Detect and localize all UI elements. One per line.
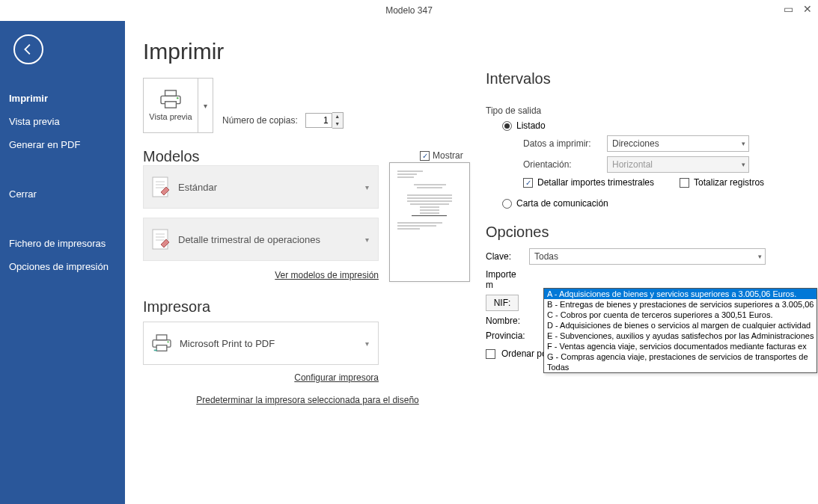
- chevron-down-icon: ▾: [758, 253, 762, 260]
- vista-previa-button[interactable]: Vista previa: [144, 79, 198, 132]
- orientacion-label: Orientación:: [523, 159, 598, 170]
- nav-fichero-impresoras[interactable]: Fichero de impresoras: [0, 232, 125, 255]
- importe-label: Importe m: [486, 269, 523, 290]
- mostrar-label: Mostrar: [433, 150, 463, 161]
- clave-option-g[interactable]: G - Compras agencia viaje, prestaciones …: [544, 351, 817, 362]
- datos-imprimir-combo[interactable]: Direcciones ▾: [607, 135, 749, 152]
- provincia-label: Provincia:: [486, 331, 523, 341]
- orientacion-combo: Horizontal ▾: [607, 156, 749, 173]
- page-preview-thumb[interactable]: [389, 162, 470, 282]
- nif-button[interactable]: NIF:: [486, 295, 519, 311]
- carta-radio[interactable]: [502, 199, 512, 209]
- svg-rect-0: [165, 90, 177, 96]
- nav-vista-previa[interactable]: Vista previa: [0, 110, 125, 133]
- ordenar-checkbox[interactable]: [486, 349, 495, 359]
- nombre-label: Nombre:: [486, 316, 523, 326]
- clave-option-b[interactable]: B - Entregas de bienes y prestaciones de…: [544, 299, 817, 310]
- clave-combo[interactable]: Todas ▾: [529, 248, 766, 265]
- intervalos-heading: Intervalos: [486, 70, 803, 87]
- clave-option-c[interactable]: C - Cobros por cuenta de terceros superi…: [544, 310, 817, 320]
- window-maximize-icon[interactable]: ▭: [782, 3, 794, 15]
- listado-label: Listado: [516, 120, 546, 131]
- printer-name: Microsoft Print to PDF: [180, 338, 275, 349]
- copies-label: Número de copias:: [222, 115, 298, 126]
- clave-label: Clave:: [486, 251, 523, 262]
- datos-imprimir-label: Datos a imprimir:: [523, 138, 598, 149]
- svg-rect-14: [156, 345, 167, 351]
- totalizar-checkbox[interactable]: [680, 178, 689, 188]
- window-close-icon[interactable]: ✕: [802, 3, 814, 15]
- copies-input[interactable]: [305, 113, 332, 128]
- opciones-heading: Opciones: [486, 224, 803, 241]
- clave-option-todas[interactable]: Todas: [544, 362, 817, 372]
- chevron-down-icon: ▾: [742, 140, 745, 147]
- configurar-impresora-link[interactable]: Configurar impresora: [143, 372, 379, 383]
- nav-generar-pdf[interactable]: Generar en PDF: [0, 133, 125, 156]
- orientacion-value: Horizontal: [612, 159, 653, 170]
- nav-opciones-impresion[interactable]: Opciones de impresión: [0, 255, 125, 278]
- chevron-down-icon: ▾: [742, 161, 745, 168]
- ver-modelos-link[interactable]: Ver modelos de impresión: [143, 270, 379, 280]
- model-detalle-label: Detalle trimestral de operaciones: [178, 234, 320, 245]
- document-icon: [151, 228, 171, 251]
- chevron-down-icon: ▾: [365, 339, 369, 348]
- chevron-down-icon: ▾: [365, 236, 369, 244]
- back-button[interactable]: [13, 34, 43, 64]
- model-estandar[interactable]: Estándar ▾: [143, 165, 379, 209]
- clave-option-e[interactable]: E - Subvenciones, auxilios y ayudas sati…: [544, 331, 817, 341]
- svg-rect-2: [165, 102, 177, 108]
- svg-rect-12: [156, 335, 167, 340]
- clave-option-d[interactable]: D - Adquisiciones de bienes o servicios …: [544, 320, 817, 331]
- nav-imprimir[interactable]: Imprimir: [0, 87, 125, 110]
- tipo-salida-label: Tipo de salida: [486, 105, 803, 116]
- clave-option-a[interactable]: A - Adquisiciones de bienes y servicios …: [544, 289, 817, 299]
- chevron-down-icon: ▾: [365, 183, 369, 191]
- printer-icon: [151, 334, 172, 352]
- carta-label: Carta de comunicación: [516, 198, 608, 209]
- nav-cerrar[interactable]: Cerrar: [0, 182, 125, 206]
- sidebar: Imprimir Vista previa Generar en PDF Cer…: [0, 21, 125, 504]
- model-estandar-label: Estándar: [178, 182, 217, 193]
- page-title: Imprimir: [143, 39, 472, 64]
- svg-point-15: [167, 341, 168, 342]
- printer-selector[interactable]: Microsoft Print to PDF ▾: [143, 322, 379, 365]
- clave-dropdown-list[interactable]: A - Adquisiciones de bienes y servicios …: [543, 288, 817, 373]
- mostrar-checkbox[interactable]: ✓: [420, 151, 430, 161]
- document-icon: [151, 176, 171, 198]
- clave-option-f[interactable]: F - Ventas agencia viaje, servicios docu…: [544, 341, 817, 351]
- predeterminar-impresora-link[interactable]: Predeterminar la impresora seleccionada …: [143, 395, 472, 405]
- copies-up[interactable]: ▲: [332, 113, 343, 120]
- printer-icon: [159, 90, 182, 109]
- detallar-checkbox[interactable]: ✓: [523, 178, 533, 188]
- detallar-label: Detallar importes trimestrales: [537, 177, 654, 188]
- model-detalle[interactable]: Detalle trimestral de operaciones ▾: [143, 218, 379, 261]
- clave-value: Todas: [534, 251, 558, 262]
- window-title: Modelo 347: [385, 5, 433, 16]
- listado-radio[interactable]: [502, 121, 512, 131]
- totalizar-label: Totalizar registros: [694, 177, 764, 188]
- preview-button-label: Vista previa: [149, 112, 192, 121]
- vista-previa-dropdown[interactable]: ▾: [198, 79, 213, 132]
- copies-down[interactable]: ▼: [332, 120, 343, 128]
- impresora-heading: Impresora: [143, 298, 472, 316]
- svg-point-3: [177, 97, 178, 99]
- datos-imprimir-value: Direcciones: [612, 138, 659, 149]
